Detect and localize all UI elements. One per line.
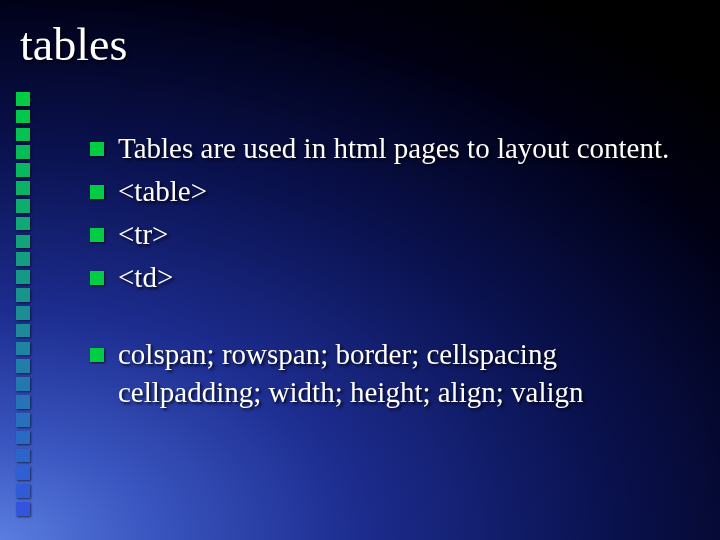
deco-square-icon [16, 359, 30, 373]
deco-square-icon [16, 92, 30, 106]
bullet-text: <tr> [118, 216, 690, 253]
deco-square-icon [16, 431, 30, 445]
deco-square-icon [16, 502, 30, 516]
deco-square-icon [16, 252, 30, 266]
square-bullet-icon [90, 348, 104, 362]
deco-square-icon [16, 413, 30, 427]
deco-square-icon [16, 128, 30, 142]
deco-square-icon [16, 484, 30, 498]
square-bullet-icon [90, 228, 104, 242]
deco-square-icon [16, 395, 30, 409]
deco-square-icon [16, 163, 30, 177]
deco-square-icon [16, 235, 30, 249]
square-bullet-icon [90, 185, 104, 199]
deco-square-icon [16, 270, 30, 284]
bullet-item: Tables are used in html pages to layout … [90, 130, 690, 167]
deco-square-icon [16, 306, 30, 320]
bullet-text: <table> [118, 173, 690, 210]
decorative-strip [16, 92, 30, 520]
bullet-item: <td> [90, 259, 690, 296]
square-bullet-icon [90, 142, 104, 156]
slide-content: Tables are used in html pages to layout … [90, 130, 690, 417]
bullet-item: <tr> [90, 216, 690, 253]
bullet-text: Tables are used in html pages to layout … [118, 130, 690, 167]
deco-square-icon [16, 199, 30, 213]
deco-square-icon [16, 288, 30, 302]
bullet-item: <table> [90, 173, 690, 210]
deco-square-icon [16, 449, 30, 463]
bullet-text: <td> [118, 259, 690, 296]
deco-square-icon [16, 466, 30, 480]
deco-square-icon [16, 324, 30, 338]
deco-square-icon [16, 217, 30, 231]
bullet-item: colspan; rowspan; border; cellspacing ce… [90, 336, 690, 410]
spacer [90, 302, 690, 336]
deco-square-icon [16, 342, 30, 356]
deco-square-icon [16, 377, 30, 391]
bullet-text: colspan; rowspan; border; cellspacing ce… [118, 336, 690, 410]
deco-square-icon [16, 145, 30, 159]
deco-square-icon [16, 110, 30, 124]
slide: tables Tables are used in html pages to … [0, 0, 720, 540]
square-bullet-icon [90, 271, 104, 285]
slide-title: tables [20, 18, 127, 71]
deco-square-icon [16, 181, 30, 195]
